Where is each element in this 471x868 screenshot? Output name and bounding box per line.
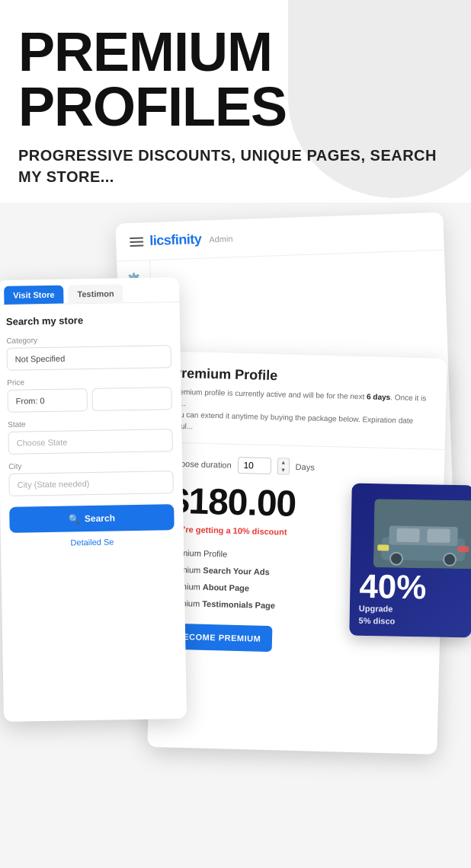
hero-content: PREMIUM PROFILES PROGRESSIVE DISCOUNTS, … [18,24,453,187]
category-input[interactable]: Not Specified [7,345,171,371]
city-input[interactable]: City (State needed) [8,471,173,496]
hero-title-line2: PROFILES [18,76,287,137]
car-svg [373,499,471,569]
price-label: Price [7,375,171,387]
svg-rect-4 [427,528,450,543]
hero-title-line1: PREMIUM [18,21,272,82]
premium-description: Premium profile is currently active and … [171,386,431,439]
store-search-title: Search my store [6,313,171,327]
price-group: Price From: 0 [7,375,172,413]
search-button-label: Search [85,512,115,524]
duration-row: Choose duration ▲ ▼ Days [170,455,429,479]
premium-title: Premium Profile [172,365,431,388]
search-icon: 🔍 [69,513,80,524]
svg-point-6 [444,554,456,566]
svg-rect-8 [457,546,469,552]
hero-section: PREMIUM PROFILES PROGRESSIVE DISCOUNTS, … [0,0,471,203]
search-button[interactable]: 🔍 Search [9,504,175,533]
screenshots-area: licsfinity Admin ⚙️ 📍 🔔 🚗 💼 🎫 👤 🛒 ⬇️ 🚪 V… [0,203,471,774]
price-from-input[interactable]: From: 0 [7,388,88,413]
tab-visit-store[interactable]: Visit Store [4,286,64,305]
price-row: From: 0 [7,387,171,413]
promo-text: Upgrade 5% disco [358,603,463,628]
state-group: State Choose State [8,417,173,455]
spinner-up[interactable]: ▲ [278,458,289,466]
spinner-down[interactable]: ▼ [277,466,288,474]
store-tabs: Visit Store Testimon [0,277,179,305]
duration-input[interactable] [237,457,271,474]
tab-testimonials[interactable]: Testimon [68,284,123,303]
state-label: State [8,417,172,429]
promo-percent: 40% [359,570,463,605]
duration-spinner[interactable]: ▲ ▼ [277,458,290,474]
detailed-search-link[interactable]: Detailed Se [10,536,175,548]
store-card: Visit Store Testimon Search my store Cat… [0,277,187,722]
admin-logo: licsfinity [149,231,202,249]
car-image [373,499,471,569]
hero-subtitle: PROGRESSIVE DISCOUNTS, UNIQUE PAGES, SEA… [18,145,453,187]
price-to-input[interactable] [91,387,172,411]
svg-point-5 [390,553,402,565]
duration-unit: Days [296,462,315,472]
city-group: City City (State needed) [8,459,174,496]
admin-label: Admin [209,234,233,244]
city-label: City [8,459,173,471]
svg-rect-7 [377,544,389,550]
promo-card: 40% Upgrade 5% disco [349,483,471,638]
premium-header: Premium Profile Premium profile is curre… [155,351,447,450]
hero-title: PREMIUM PROFILES [18,24,453,134]
hamburger-icon[interactable] [130,237,143,247]
state-input[interactable]: Choose State [8,429,172,455]
category-label: Category [6,333,171,345]
category-group: Category Not Specified [6,333,171,371]
store-body: Search my store Category Not Specified P… [0,302,184,559]
svg-rect-3 [396,528,419,543]
